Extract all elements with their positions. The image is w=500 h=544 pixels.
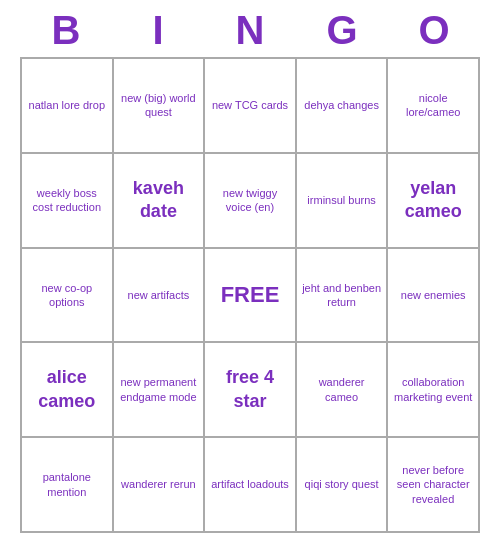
bingo-cell-r4-c0: pantalone mention xyxy=(21,437,113,532)
bingo-cell-r0-c0: natlan lore drop xyxy=(21,58,113,153)
bingo-cell-r0-c1: new (big) world quest xyxy=(113,58,205,153)
bingo-cell-r1-c0: weekly boss cost reduction xyxy=(21,153,113,248)
bingo-cell-r4-c1: wanderer rerun xyxy=(113,437,205,532)
bingo-cell-r2-c4: new enemies xyxy=(387,248,479,343)
bingo-cell-r3-c1: new permanent endgame mode xyxy=(113,342,205,437)
bingo-cell-r1-c2: new twiggy voice (en) xyxy=(204,153,296,248)
bingo-cell-r2-c1: new artifacts xyxy=(113,248,205,343)
bingo-cell-r2-c2: FREE xyxy=(204,248,296,343)
bingo-grid: natlan lore dropnew (big) world questnew… xyxy=(20,57,480,533)
bingo-cell-r3-c0: alice cameo xyxy=(21,342,113,437)
bingo-letter-b: B xyxy=(26,8,106,53)
bingo-cell-r3-c4: collaboration marketing event xyxy=(387,342,479,437)
bingo-cell-r0-c3: dehya changes xyxy=(296,58,388,153)
bingo-cell-r4-c3: qiqi story quest xyxy=(296,437,388,532)
bingo-cell-r2-c0: new co-op options xyxy=(21,248,113,343)
bingo-cell-r0-c2: new TCG cards xyxy=(204,58,296,153)
bingo-cell-r1-c1: kaveh date xyxy=(113,153,205,248)
bingo-cell-r1-c3: irminsul burns xyxy=(296,153,388,248)
bingo-cell-r4-c4: never before seen character revealed xyxy=(387,437,479,532)
bingo-cell-r0-c4: nicole lore/cameo xyxy=(387,58,479,153)
bingo-letter-o: O xyxy=(394,8,474,53)
bingo-cell-r4-c2: artifact loadouts xyxy=(204,437,296,532)
bingo-cell-r3-c2: free 4 star xyxy=(204,342,296,437)
bingo-cell-r2-c3: jeht and benben return xyxy=(296,248,388,343)
bingo-letter-n: N xyxy=(210,8,290,53)
bingo-cell-r3-c3: wanderer cameo xyxy=(296,342,388,437)
bingo-header: BINGO xyxy=(20,0,480,57)
bingo-cell-r1-c4: yelan cameo xyxy=(387,153,479,248)
bingo-letter-g: G xyxy=(302,8,382,53)
bingo-letter-i: I xyxy=(118,8,198,53)
